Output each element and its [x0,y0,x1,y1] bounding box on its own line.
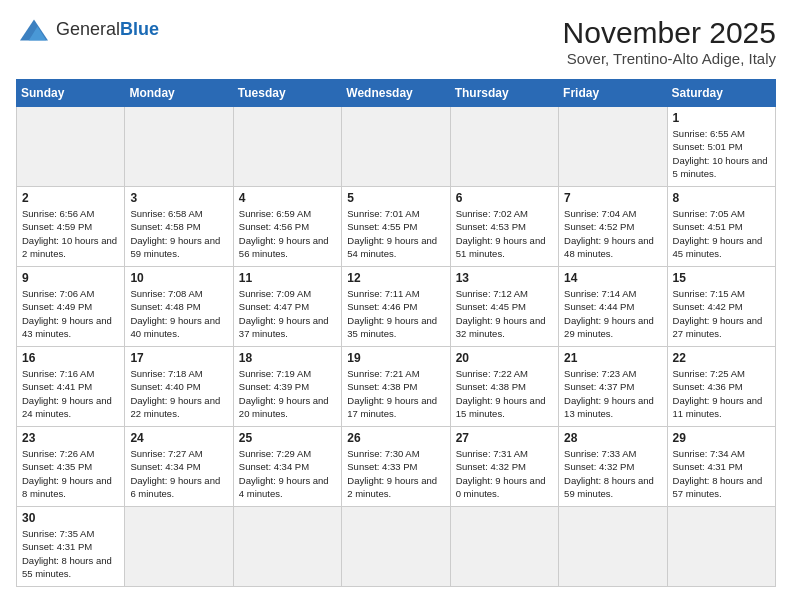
day-number: 28 [564,431,661,445]
col-wednesday: Wednesday [342,80,450,107]
day-info: Sunrise: 6:55 AM Sunset: 5:01 PM Dayligh… [673,127,770,180]
day-info: Sunrise: 7:08 AM Sunset: 4:48 PM Dayligh… [130,287,227,340]
calendar-week-5: 23Sunrise: 7:26 AM Sunset: 4:35 PM Dayli… [17,427,776,507]
day-number: 16 [22,351,119,365]
calendar-cell: 4Sunrise: 6:59 AM Sunset: 4:56 PM Daylig… [233,187,341,267]
day-number: 22 [673,351,770,365]
calendar-cell: 17Sunrise: 7:18 AM Sunset: 4:40 PM Dayli… [125,347,233,427]
day-info: Sunrise: 7:31 AM Sunset: 4:32 PM Dayligh… [456,447,553,500]
day-number: 14 [564,271,661,285]
calendar-cell [559,507,667,587]
day-info: Sunrise: 7:02 AM Sunset: 4:53 PM Dayligh… [456,207,553,260]
day-number: 7 [564,191,661,205]
calendar-cell [450,107,558,187]
calendar-cell [233,107,341,187]
day-info: Sunrise: 7:26 AM Sunset: 4:35 PM Dayligh… [22,447,119,500]
day-info: Sunrise: 7:35 AM Sunset: 4:31 PM Dayligh… [22,527,119,580]
col-thursday: Thursday [450,80,558,107]
calendar-cell: 14Sunrise: 7:14 AM Sunset: 4:44 PM Dayli… [559,267,667,347]
calendar-cell: 28Sunrise: 7:33 AM Sunset: 4:32 PM Dayli… [559,427,667,507]
day-number: 15 [673,271,770,285]
day-info: Sunrise: 7:09 AM Sunset: 4:47 PM Dayligh… [239,287,336,340]
col-tuesday: Tuesday [233,80,341,107]
day-info: Sunrise: 7:19 AM Sunset: 4:39 PM Dayligh… [239,367,336,420]
day-info: Sunrise: 6:58 AM Sunset: 4:58 PM Dayligh… [130,207,227,260]
calendar-table: Sunday Monday Tuesday Wednesday Thursday… [16,79,776,587]
day-number: 23 [22,431,119,445]
day-number: 4 [239,191,336,205]
calendar-cell: 12Sunrise: 7:11 AM Sunset: 4:46 PM Dayli… [342,267,450,347]
day-number: 8 [673,191,770,205]
calendar-title: November 2025 [563,16,776,50]
day-number: 21 [564,351,661,365]
day-number: 3 [130,191,227,205]
calendar-cell: 15Sunrise: 7:15 AM Sunset: 4:42 PM Dayli… [667,267,775,347]
calendar-cell: 18Sunrise: 7:19 AM Sunset: 4:39 PM Dayli… [233,347,341,427]
calendar-cell: 29Sunrise: 7:34 AM Sunset: 4:31 PM Dayli… [667,427,775,507]
calendar-cell: 7Sunrise: 7:04 AM Sunset: 4:52 PM Daylig… [559,187,667,267]
col-sunday: Sunday [17,80,125,107]
calendar-cell: 21Sunrise: 7:23 AM Sunset: 4:37 PM Dayli… [559,347,667,427]
day-info: Sunrise: 7:18 AM Sunset: 4:40 PM Dayligh… [130,367,227,420]
day-info: Sunrise: 7:15 AM Sunset: 4:42 PM Dayligh… [673,287,770,340]
day-number: 29 [673,431,770,445]
day-info: Sunrise: 7:23 AM Sunset: 4:37 PM Dayligh… [564,367,661,420]
col-saturday: Saturday [667,80,775,107]
calendar-week-3: 9Sunrise: 7:06 AM Sunset: 4:49 PM Daylig… [17,267,776,347]
day-number: 27 [456,431,553,445]
day-info: Sunrise: 6:59 AM Sunset: 4:56 PM Dayligh… [239,207,336,260]
day-number: 17 [130,351,227,365]
calendar-cell: 20Sunrise: 7:22 AM Sunset: 4:38 PM Dayli… [450,347,558,427]
col-monday: Monday [125,80,233,107]
calendar-cell: 10Sunrise: 7:08 AM Sunset: 4:48 PM Dayli… [125,267,233,347]
logo-text: GeneralBlue [56,20,159,40]
calendar-cell [667,507,775,587]
calendar-cell: 5Sunrise: 7:01 AM Sunset: 4:55 PM Daylig… [342,187,450,267]
calendar-cell [17,107,125,187]
header-row: Sunday Monday Tuesday Wednesday Thursday… [17,80,776,107]
logo: GeneralBlue [16,16,159,44]
day-info: Sunrise: 7:14 AM Sunset: 4:44 PM Dayligh… [564,287,661,340]
page-header: GeneralBlue November 2025 Sover, Trentin… [16,16,776,67]
day-info: Sunrise: 7:33 AM Sunset: 4:32 PM Dayligh… [564,447,661,500]
day-info: Sunrise: 7:30 AM Sunset: 4:33 PM Dayligh… [347,447,444,500]
day-info: Sunrise: 7:21 AM Sunset: 4:38 PM Dayligh… [347,367,444,420]
calendar-cell [125,107,233,187]
calendar-cell: 26Sunrise: 7:30 AM Sunset: 4:33 PM Dayli… [342,427,450,507]
calendar-cell: 1Sunrise: 6:55 AM Sunset: 5:01 PM Daylig… [667,107,775,187]
day-number: 1 [673,111,770,125]
calendar-cell [233,507,341,587]
calendar-cell: 22Sunrise: 7:25 AM Sunset: 4:36 PM Dayli… [667,347,775,427]
calendar-cell: 8Sunrise: 7:05 AM Sunset: 4:51 PM Daylig… [667,187,775,267]
day-number: 10 [130,271,227,285]
calendar-cell: 30Sunrise: 7:35 AM Sunset: 4:31 PM Dayli… [17,507,125,587]
day-number: 19 [347,351,444,365]
calendar-subtitle: Sover, Trentino-Alto Adige, Italy [563,50,776,67]
calendar-cell: 27Sunrise: 7:31 AM Sunset: 4:32 PM Dayli… [450,427,558,507]
day-info: Sunrise: 7:22 AM Sunset: 4:38 PM Dayligh… [456,367,553,420]
day-info: Sunrise: 7:29 AM Sunset: 4:34 PM Dayligh… [239,447,336,500]
day-info: Sunrise: 7:06 AM Sunset: 4:49 PM Dayligh… [22,287,119,340]
logo-blue: Blue [120,19,159,39]
day-number: 5 [347,191,444,205]
calendar-cell: 24Sunrise: 7:27 AM Sunset: 4:34 PM Dayli… [125,427,233,507]
day-number: 25 [239,431,336,445]
day-info: Sunrise: 7:01 AM Sunset: 4:55 PM Dayligh… [347,207,444,260]
col-friday: Friday [559,80,667,107]
calendar-cell: 11Sunrise: 7:09 AM Sunset: 4:47 PM Dayli… [233,267,341,347]
day-number: 2 [22,191,119,205]
calendar-cell: 13Sunrise: 7:12 AM Sunset: 4:45 PM Dayli… [450,267,558,347]
day-number: 6 [456,191,553,205]
calendar-cell: 2Sunrise: 6:56 AM Sunset: 4:59 PM Daylig… [17,187,125,267]
day-number: 20 [456,351,553,365]
calendar-week-4: 16Sunrise: 7:16 AM Sunset: 4:41 PM Dayli… [17,347,776,427]
day-number: 9 [22,271,119,285]
day-info: Sunrise: 7:04 AM Sunset: 4:52 PM Dayligh… [564,207,661,260]
calendar-cell: 25Sunrise: 7:29 AM Sunset: 4:34 PM Dayli… [233,427,341,507]
logo-icon [16,16,52,44]
calendar-week-1: 1Sunrise: 6:55 AM Sunset: 5:01 PM Daylig… [17,107,776,187]
day-info: Sunrise: 7:25 AM Sunset: 4:36 PM Dayligh… [673,367,770,420]
calendar-cell [342,507,450,587]
calendar-cell: 16Sunrise: 7:16 AM Sunset: 4:41 PM Dayli… [17,347,125,427]
day-info: Sunrise: 7:05 AM Sunset: 4:51 PM Dayligh… [673,207,770,260]
